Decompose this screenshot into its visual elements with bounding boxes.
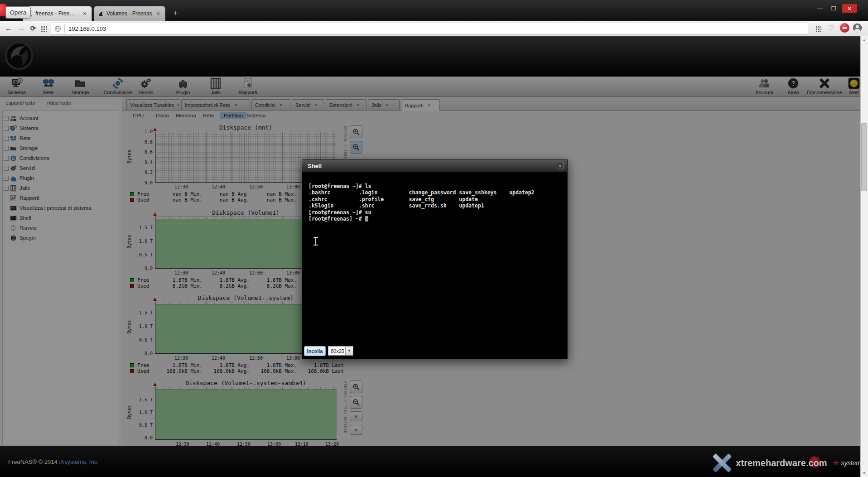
user-profile-icon[interactable]: [853, 23, 862, 33]
url-text: 192.168.0.103: [68, 25, 106, 32]
close-window-button[interactable]: ✕: [842, 4, 857, 13]
terminal-line: [root@freenas ~]# ls: [309, 183, 567, 189]
opera-turbo-icon[interactable]: [840, 23, 849, 33]
ixsystems-link[interactable]: iXsystems, Inc.: [59, 458, 98, 465]
speed-dial-icon[interactable]: [41, 26, 47, 32]
browser-tab-freenas[interactable]: freenas - FreeNAS-9.2.1.5-: [23, 6, 92, 21]
terminal-prompt-line: [root@freenas] ~#: [309, 216, 567, 222]
terminal-line: [root@freenas ~]# su: [309, 209, 567, 216]
screen: FreeNAS® Sistema Rete Storage: [0, 0, 868, 477]
reload-button[interactable]: ⟳: [28, 24, 38, 34]
minimize-button[interactable]: —: [814, 4, 826, 13]
paste-button[interactable]: Incolla: [304, 346, 326, 356]
shell-window: Shell [root@freenas ~]# ls .bashrc .logi…: [302, 159, 568, 359]
terminal-cursor: [365, 216, 368, 222]
terminal-size-select[interactable]: 80x25: [328, 346, 353, 356]
opera-menu-button[interactable]: Opera: [5, 6, 31, 19]
tab-close-icon[interactable]: [82, 10, 88, 17]
back-button[interactable]: ←: [4, 24, 14, 34]
text-cursor-pointer: [313, 237, 318, 246]
maximize-button[interactable]: ❐: [828, 4, 839, 13]
terminal-line: .cshrc .profile save_cfg update: [309, 196, 567, 202]
scrollbar-thumb[interactable]: [861, 123, 867, 191]
tab-close-icon[interactable]: [155, 10, 161, 17]
shell-window-title: Shell: [308, 163, 322, 169]
watermark-x-logo: [711, 453, 732, 473]
url-field[interactable]: 192.168.0.103: [51, 23, 808, 34]
shell-titlebar[interactable]: Shell: [302, 160, 567, 172]
bookmark-heart-icon[interactable]: ♡: [828, 24, 834, 32]
shell-close-icon[interactable]: [557, 163, 564, 169]
forward-button[interactable]: →: [16, 24, 26, 34]
globe-icon: [54, 25, 61, 32]
freenas-favicon: [98, 11, 104, 17]
terminal-line: .bashrc .login change_password save_sshk…: [309, 189, 567, 196]
extensions-grid-icon[interactable]: [815, 26, 821, 32]
terminal[interactable]: [root@freenas ~]# ls .bashrc .login chan…: [302, 172, 567, 359]
terminal-line: .k5login .shrc save_rrds.sh updatep1: [309, 202, 567, 209]
browser-tab-volumes[interactable]: Volumes - Freenas: [94, 6, 165, 21]
chevron-down-icon[interactable]: [345, 347, 353, 355]
scroll-up-icon[interactable]: ▲: [861, 38, 867, 42]
star-icon: ✳: [833, 458, 839, 468]
xtremehardware-watermark: xtremehardware.com ✳ systems: [711, 450, 864, 476]
footer-text: FreeNAS® © 2014 iXsystems, Inc.: [8, 458, 99, 465]
new-tab-button[interactable]: [170, 9, 180, 18]
vertical-scrollbar[interactable]: [860, 36, 868, 477]
